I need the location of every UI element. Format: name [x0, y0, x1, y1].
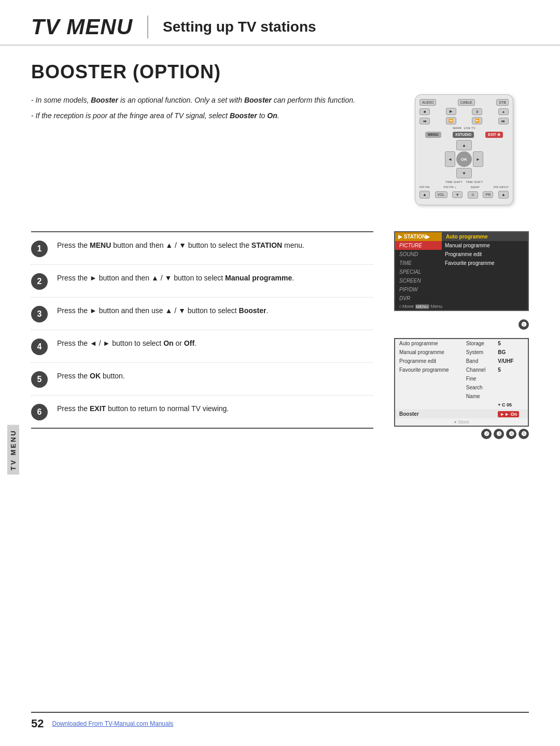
remote-vol-label: VOL — [435, 191, 447, 198]
menu1-row-time: TIME Favourite programme — [395, 259, 528, 268]
menu2-empty4 — [395, 401, 462, 409]
remote-top-row: AUDIO CABLE STB — [419, 99, 509, 106]
steps-list: 1 Press the MENU button and then ▲ / ▼ b… — [31, 231, 373, 439]
tv-menu-sidebar-label: TV MENU — [7, 425, 19, 475]
remote-rew-btn: ⏪ — [446, 117, 456, 124]
menu1-empty2 — [442, 276, 528, 285]
menu2-system-val: BG — [494, 348, 528, 357]
remote-pause-btn: ⏸ — [472, 108, 482, 115]
description-line2: - If the reception is poor at the fringe… — [31, 110, 394, 122]
step-text-5: Press the OK button. — [57, 370, 125, 382]
main-content: BOOSTER (OPTION) - In some models, Boost… — [0, 61, 560, 439]
step-text-1: Press the MENU button and then ▲ / ▼ but… — [57, 240, 304, 251]
menu1-row-special: SPECIAL — [395, 268, 528, 276]
menu2-row-1: Auto programme Storage 5 — [395, 339, 528, 348]
remote-swap-label: SWAP — [470, 186, 479, 189]
menu2-row-6: Search — [395, 383, 528, 392]
step-1: 1 Press the MENU button and then ▲ / ▼ b… — [31, 231, 373, 265]
section-title: BOOSTER (OPTION) — [31, 61, 529, 83]
menu2-storage-val: 5 — [494, 339, 528, 348]
menu2-empty3 — [395, 392, 462, 401]
remote-ff-btn: ⏩ — [472, 117, 482, 124]
remote-pip-pr-label: PIP PR — [419, 186, 430, 189]
circle-3: ❸ — [494, 429, 504, 439]
remote-left-btn: ◄ — [445, 151, 455, 167]
menu2-row-7: Name — [395, 392, 528, 401]
remote-skip-row: ⏮ ⏪ ⏩ ⏭ — [419, 117, 509, 124]
page-number: 52 — [31, 717, 44, 730]
step-4: 4 Press the ◄ / ► button to select On or… — [31, 330, 373, 363]
menu2-name-label: Name — [462, 392, 494, 401]
menu2-row-8: + C 05 — [395, 401, 528, 409]
step-number-1: 1 — [31, 241, 48, 257]
remote-dpad: ▲ ◄ OK ► ▼ — [445, 140, 483, 178]
menu1-manual-prog-cell: Manual programme — [442, 241, 528, 250]
menu2-booster-empty — [462, 409, 494, 418]
menu1-empty4 — [442, 294, 528, 303]
remote-prev-btn: ⏮ — [419, 118, 430, 124]
menu2-fine-label: Fine — [462, 374, 494, 383]
footer-link[interactable]: Downloaded From TV-Manual.com Manuals — [52, 720, 173, 727]
menu2-channel-val: 5 — [494, 365, 528, 374]
menu1-picture-cell: PICTURE — [395, 241, 442, 250]
menu2-row-4: Favourite programme Channel 5 — [395, 365, 528, 374]
remote-cable-btn: CABLE — [458, 99, 475, 106]
menu2-autoprog-label: Auto programme — [395, 339, 462, 348]
remote-mark-label: MARK — [453, 126, 461, 130]
remote-next-btn: ⏭ — [498, 118, 509, 124]
remote-livetv-label: LIVE TV — [464, 126, 475, 130]
remote-pr-label: PR — [483, 191, 493, 198]
page-header: TV MENU Setting up TV stations — [0, 0, 560, 46]
remote-rec-btn: ● — [498, 108, 509, 115]
remote-stb-btn: STB — [496, 99, 509, 106]
menu1-fav-prog-cell: Favourite programme — [442, 259, 528, 268]
remote-pip-row: PIP PR PIP PR + SWAP PIP INPUT — [419, 186, 509, 189]
menu2-storage-label: Storage — [462, 339, 494, 348]
steps-area: 1 Press the MENU button and then ▲ / ▼ b… — [31, 231, 529, 439]
menu2-row-3: Programme edit Band V/UHF — [395, 357, 528, 365]
remote-timeshift-left-label: TIME SHIFT — [445, 180, 463, 184]
menu2-empty5 — [462, 401, 494, 409]
menu2-system-label: System — [462, 348, 494, 357]
header-divider — [147, 16, 148, 38]
menu1-row-sound: SOUND Programme edit — [395, 250, 528, 259]
circle-5: ❺ — [519, 429, 529, 439]
remote-pip-input-label: PIP INPUT — [494, 186, 509, 189]
step-text-4: Press the ◄ / ► button to select On or O… — [57, 337, 197, 349]
remote-play-btn: ▶ — [446, 108, 456, 115]
menu1-screen-cell: SCREEN — [395, 276, 442, 285]
step-number-3: 3 — [31, 306, 48, 322]
menu-screenshot-1: ▶ STATION▶ Auto programme PICTURE Manual… — [394, 231, 529, 311]
remote-audio-btn: AUDIO — [419, 99, 436, 106]
remote-exit-btn: EXIT ⊕ — [485, 132, 503, 138]
step-text-6: Press the EXIT button to return to norma… — [57, 403, 229, 414]
menu2-booster-val: ►► On — [494, 409, 528, 418]
step-text-3: Press the ► button and then use ▲ / ▼ bu… — [57, 305, 268, 316]
remote-illustration: AUDIO CABLE STB ■ ▶ ⏸ ● ⏮ ⏪ ⏩ ⏭ — [415, 94, 529, 205]
menu-screenshots: ▶ STATION▶ Auto programme PICTURE Manual… — [394, 231, 529, 439]
top-area: - In some models, Booster is an optional… — [31, 94, 529, 205]
menu2-table: Auto programme Storage 5 Manual programm… — [395, 339, 528, 418]
remote-right-btn: ► — [473, 151, 483, 167]
step-number-2: 2 — [31, 273, 48, 290]
remote-ok-btn: OK — [456, 151, 472, 167]
menu2-manualprog-label: Manual programme — [395, 348, 462, 357]
menu2-fine-val — [494, 374, 528, 383]
menu1-row-station: ▶ STATION▶ Auto programme — [395, 232, 528, 241]
remote-control: AUDIO CABLE STB ■ ▶ ⏸ ● ⏮ ⏪ ⏩ ⏭ — [415, 94, 513, 205]
menu2-booster-label: Booster — [395, 409, 462, 418]
remote-pip-pr2-label: PIP PR + — [444, 186, 457, 189]
menu2-booster-row: Booster ►► On — [395, 409, 528, 418]
circle-4: ❹ — [506, 429, 516, 439]
menu1-row-pip: PIP/DW — [395, 285, 528, 294]
menu2-name-val — [494, 392, 528, 401]
menu1-circle: ❶ — [394, 319, 529, 330]
description: - In some models, Booster is an optional… — [31, 94, 394, 125]
menu2-favprog-label: Favourite programme — [395, 365, 462, 374]
circle-2: ❷ — [481, 429, 492, 439]
page-footer: 52 Downloaded From TV-Manual.com Manuals — [31, 712, 529, 730]
remote-pr-up-btn: ▲ — [498, 191, 509, 199]
remote-vol-row: ▲ VOL ▼ ⊙ PR ▲ — [419, 191, 509, 199]
header-subtitle: Setting up TV stations — [163, 19, 316, 35]
menu1-sound-cell: SOUND — [395, 250, 442, 259]
